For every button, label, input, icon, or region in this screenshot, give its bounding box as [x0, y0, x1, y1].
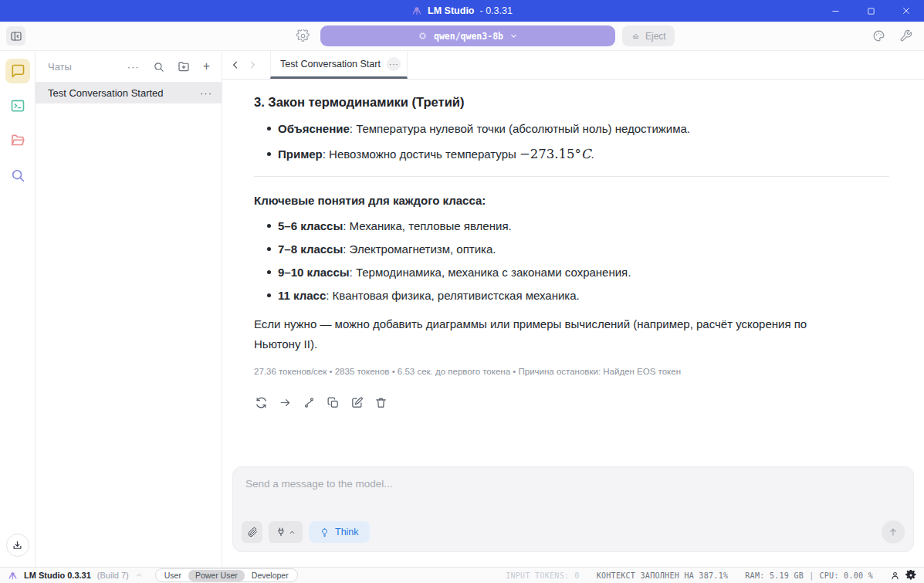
think-toggle-button[interactable]: Think — [309, 521, 370, 543]
new-chat-button[interactable]: + — [203, 59, 211, 73]
new-folder-icon[interactable] — [178, 60, 190, 73]
paperclip-icon — [247, 527, 258, 537]
folder-icon — [10, 133, 25, 148]
nav-developer-button[interactable] — [5, 93, 30, 118]
bullet-text: : Квантовая физика, релятивистская механ… — [326, 289, 579, 302]
chat-list-item[interactable]: Test Conversation Started ··· — [36, 82, 222, 103]
status-bar: LM Studio 0.3.31 (Build 7) User Power Us… — [0, 567, 924, 583]
bullet-text: : Механика, тепловые явления. — [343, 219, 511, 232]
search-icon — [10, 168, 25, 183]
window-controls — [817, 0, 924, 22]
chevron-up-icon[interactable] — [135, 571, 143, 579]
chat-bubble-icon — [10, 63, 25, 79]
delete-button[interactable] — [374, 395, 388, 410]
message-input[interactable] — [245, 478, 901, 514]
bullet-list-classes: 5–6 классы: Механика, тепловые явления. … — [254, 218, 889, 303]
message-subheading: Ключевые понятия для каждого класса: — [254, 194, 889, 207]
plugins-button[interactable] — [269, 521, 303, 543]
nav-discover-button[interactable] — [5, 163, 30, 188]
mode-power-user[interactable]: Power User — [188, 570, 245, 581]
list-item: 7–8 классы: Электромагнетизм, оптика. — [254, 241, 889, 257]
bullet-label: 11 класс — [278, 289, 326, 302]
separator: | — [809, 571, 814, 580]
bullet-label: Объяснение — [278, 122, 350, 135]
history-back-button[interactable] — [227, 51, 244, 79]
continue-button[interactable] — [278, 395, 293, 410]
bullet-text: : Термодинамика, механика с законами сох… — [350, 266, 631, 279]
chip-icon — [418, 31, 428, 41]
tab-bar: Test Conversation Started ··· — [222, 51, 924, 80]
developer-wrench-icon[interactable] — [899, 29, 912, 42]
main-row: Чаты ··· + Test Conversation Started ··· — [0, 51, 924, 567]
bullet-label: 7–8 классы — [278, 242, 343, 256]
bullet-label: 9–10 классы — [278, 266, 350, 279]
mode-user[interactable]: User — [157, 570, 188, 581]
arrow-up-icon — [888, 527, 899, 537]
settings-gear-icon[interactable] — [905, 570, 916, 581]
chat-item-more-button[interactable]: ··· — [200, 87, 212, 99]
theme-palette-icon[interactable] — [872, 29, 885, 42]
statusbar-metrics: INPUT TOKENS: 0 КОНТЕКСТ ЗАПОЛНЕН НА 387… — [506, 570, 916, 581]
user-mode-switch: User Power User Developer — [155, 568, 298, 582]
bullet-text: : Невозможно достичь температуры — [323, 147, 520, 161]
copy-button[interactable] — [326, 395, 340, 410]
branch-button[interactable] — [302, 395, 316, 410]
maximize-button[interactable] — [853, 0, 888, 22]
collapse-sidebar-button[interactable] — [6, 26, 25, 46]
chevron-left-icon — [230, 59, 241, 70]
close-button[interactable] — [888, 0, 924, 22]
plug-icon — [276, 527, 286, 537]
header-right-tools — [872, 29, 912, 42]
tab-more-button[interactable]: ··· — [387, 57, 401, 71]
input-tokens-value: 0 — [574, 571, 579, 580]
bullet-text: : Электромагнетизм, оптика. — [343, 242, 496, 256]
app-version: - 0.3.31 — [480, 5, 513, 16]
trash-icon — [374, 396, 388, 409]
eject-model-button[interactable]: Eject — [622, 25, 675, 46]
bullet-suffix: . — [591, 147, 594, 161]
ram-usage: RAM: 5.19 GB — [745, 571, 804, 580]
message-heading: 3. Закон термодинамики (Третий) — [254, 95, 889, 110]
bullet-text: : Температура нулевой точки (абсолютный … — [350, 122, 690, 135]
input-tokens: INPUT TOKENS: 0 — [506, 571, 580, 580]
history-forward-button[interactable] — [244, 51, 261, 79]
user-icon[interactable] — [890, 571, 900, 581]
edit-icon — [350, 396, 364, 409]
resource-usage: RAM: 5.19 GB | CPU: 0.00 % — [745, 571, 873, 580]
tab-active-conversation[interactable]: Test Conversation Started ··· — [270, 51, 408, 79]
attach-file-button[interactable] — [242, 521, 262, 543]
lm-studio-logo-icon — [411, 5, 422, 16]
chevron-down-icon — [509, 32, 518, 40]
minimize-button[interactable] — [817, 0, 853, 22]
navigation-rail — [0, 51, 36, 567]
send-button[interactable] — [882, 520, 905, 544]
header-bar: qwen/qwen3-8b Eject — [0, 22, 924, 51]
model-selector[interactable]: qwen/qwen3-8b — [320, 25, 615, 46]
chats-panel-tools: ··· + — [127, 59, 211, 73]
eject-icon — [631, 31, 641, 41]
message-composer: Think — [232, 466, 914, 552]
context-fill-status: КОНТЕКСТ ЗАПОЛНЕН НА 387.1% — [597, 571, 729, 580]
message-closing-paragraph: Если нужно — можно добавить диаграммы ил… — [254, 314, 852, 354]
list-item: 9–10 классы: Термодинамика, механика с з… — [254, 264, 889, 280]
close-icon — [902, 6, 911, 15]
lm-studio-window: LM Studio - 0.3.31 — [0, 0, 924, 583]
nav-my-models-button[interactable] — [5, 128, 30, 153]
main-area: Test Conversation Started ··· 3. Закон т… — [222, 51, 924, 567]
mode-developer[interactable]: Developer — [245, 570, 296, 581]
bullet-list-thermodynamics: Объяснение: Температура нулевой точки (а… — [254, 120, 889, 162]
chat-transcript: 3. Закон термодинамики (Третий) Объяснен… — [222, 80, 924, 466]
regenerate-button[interactable] — [254, 395, 269, 410]
chats-search-icon[interactable] — [153, 61, 164, 73]
regenerate-icon — [255, 396, 268, 409]
chats-panel: Чаты ··· + Test Conversation Started ··· — [36, 51, 222, 567]
model-settings-gear-icon[interactable] — [296, 29, 310, 42]
nav-chat-button[interactable] — [5, 59, 30, 83]
downloads-button[interactable] — [6, 534, 29, 557]
lightbulb-icon — [320, 527, 330, 537]
math-expression: −273.15° — [520, 147, 581, 161]
edit-button[interactable] — [350, 395, 364, 410]
download-icon — [12, 540, 23, 551]
composer-toolbar: Think — [242, 520, 905, 544]
chats-more-button[interactable]: ··· — [127, 61, 140, 73]
